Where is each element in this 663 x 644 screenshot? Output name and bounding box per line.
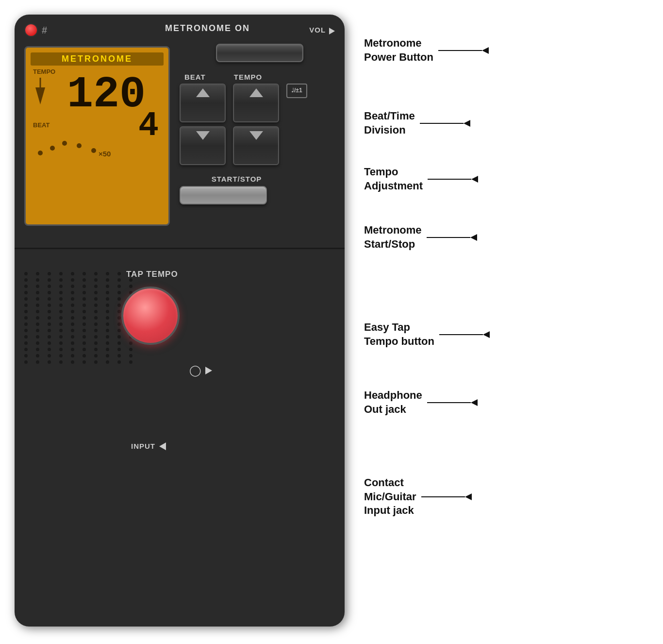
speaker-dot — [106, 285, 109, 288]
lcd-tempo-value: 120 — [67, 73, 146, 117]
beat-up-arrow — [196, 88, 210, 97]
speaker-dot — [48, 310, 51, 313]
speaker-dot — [59, 354, 63, 357]
speaker-dot — [71, 304, 74, 307]
bottom-half: TAP TEMPO ◯ INPUT — [15, 253, 345, 627]
speaker-dot — [117, 272, 121, 275]
start-stop-button[interactable] — [180, 186, 267, 204]
svg-point-2 — [38, 151, 43, 155]
speaker-dot — [94, 272, 98, 275]
beat-down-arrow — [196, 131, 210, 140]
annotation-metronome-power-text: Metronome Power Button — [364, 36, 433, 64]
beat-up-button[interactable] — [180, 84, 226, 122]
tempo-up-button[interactable] — [233, 84, 279, 122]
svg-point-4 — [62, 141, 67, 146]
divider-line — [15, 248, 345, 249]
speaker-dot — [71, 297, 74, 301]
headphone-icon: ◯ — [189, 364, 201, 377]
speaker-dot — [48, 341, 51, 345]
speaker-dot — [83, 291, 86, 294]
speaker-dot — [48, 278, 51, 282]
speaker-dot — [59, 272, 63, 275]
speaker-dot — [71, 348, 74, 351]
speaker-dot — [117, 329, 121, 332]
speaker-dot — [36, 329, 39, 332]
beat-down-button[interactable] — [180, 126, 226, 165]
annotation-input-jack-text: Contact Mic/Guitar Input jack — [364, 476, 416, 518]
annotation-metronome-power: Metronome Power Button — [364, 36, 489, 64]
speaker-dot — [48, 291, 51, 294]
speaker-dot — [94, 360, 98, 364]
input-triangle — [159, 442, 166, 450]
speaker-dot — [48, 354, 51, 357]
speaker-dot — [106, 335, 109, 339]
speaker-dot — [48, 285, 51, 288]
speaker-dot — [48, 360, 51, 364]
speaker-dot — [129, 360, 133, 364]
speaker-dot — [24, 348, 28, 351]
speaker-dot — [129, 354, 133, 357]
tempo-down-button[interactable] — [233, 126, 279, 165]
speaker-dot — [94, 354, 98, 357]
lcd-header: METRONOME — [31, 52, 164, 66]
red-indicator — [24, 23, 38, 37]
speaker-dot — [106, 291, 109, 294]
speaker-dot — [36, 348, 39, 351]
speaker-dot — [106, 316, 109, 320]
speaker-dot — [24, 297, 28, 301]
speaker-dot — [117, 285, 121, 288]
annotation-headphone-text: Headphone Out jack — [364, 389, 422, 416]
speaker-dot — [83, 360, 86, 364]
speaker-dot — [94, 316, 98, 320]
speaker-dot — [71, 278, 74, 282]
svg-point-5 — [77, 143, 82, 148]
svg-point-3 — [50, 146, 55, 151]
speaker-dot — [36, 322, 39, 326]
speaker-dot — [106, 310, 109, 313]
speaker-dot — [117, 354, 121, 357]
speaker-dot — [94, 291, 98, 294]
speaker-dot — [83, 354, 86, 357]
power-button-area — [184, 44, 335, 62]
speaker-dot — [71, 316, 74, 320]
speaker-dot — [106, 329, 109, 332]
annotation-start-stop-text: Metronome Start/Stop — [364, 223, 422, 251]
bt-buttons-row: ♩/±1 — [180, 84, 337, 165]
speaker-dot — [129, 341, 133, 345]
speaker-dot — [106, 278, 109, 282]
speaker-dot — [24, 341, 28, 345]
speaker-dot — [48, 316, 51, 320]
speaker-dot — [48, 329, 51, 332]
speaker-dot — [117, 316, 121, 320]
speaker-dot — [59, 285, 63, 288]
speaker-dot — [24, 304, 28, 307]
annotation-tap-tempo-text: Easy Tap Tempo button — [364, 321, 434, 348]
speaker-dot — [59, 291, 63, 294]
speaker-dot — [59, 335, 63, 339]
speaker-dot — [71, 291, 74, 294]
speaker-dot — [106, 360, 109, 364]
annotation-tap-tempo: Easy Tap Tempo button — [364, 321, 490, 348]
beat-label: BEAT — [184, 73, 206, 81]
metronome-power-button[interactable] — [216, 44, 303, 62]
speaker-dot — [59, 316, 63, 320]
speaker-dot — [94, 335, 98, 339]
tap-tempo-label: TAP TEMPO — [126, 270, 178, 279]
speaker-dot — [24, 310, 28, 313]
speaker-dot — [36, 278, 39, 282]
speaker-dot — [36, 272, 39, 275]
speaker-dot — [59, 297, 63, 301]
speaker-dot — [36, 360, 39, 364]
speaker-dot — [24, 272, 28, 275]
speaker-dot — [106, 348, 109, 351]
svg-point-6 — [91, 148, 96, 153]
speaker-dot — [117, 310, 121, 313]
speaker-dot — [94, 329, 98, 332]
speaker-dot — [83, 278, 86, 282]
speaker-dot — [59, 341, 63, 345]
speaker-dot — [59, 348, 63, 351]
lcd-beat-label: BEAT — [33, 121, 118, 129]
speaker-dot — [36, 285, 39, 288]
tap-tempo-button[interactable] — [121, 287, 180, 345]
tempo-up-arrow — [249, 88, 263, 97]
